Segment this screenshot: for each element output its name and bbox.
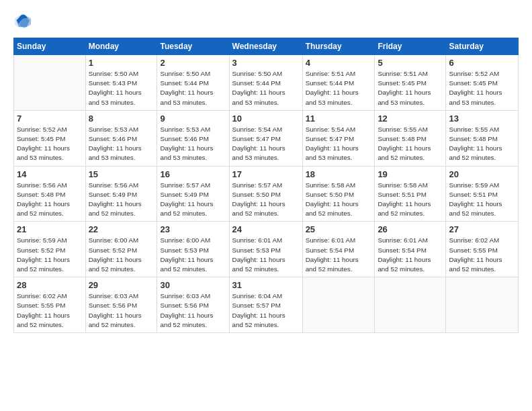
day-number: 30 (160, 280, 226, 290)
day-info: Sunrise: 5:55 AM Sunset: 5:48 PM Dayligh… (449, 125, 515, 163)
day-number: 31 (232, 280, 300, 290)
calendar-cell: 10Sunrise: 5:54 AM Sunset: 5:47 PM Dayli… (229, 110, 302, 166)
day-info: Sunrise: 6:03 AM Sunset: 5:56 PM Dayligh… (160, 291, 226, 330)
calendar-cell: 8Sunrise: 5:53 AM Sunset: 5:46 PM Daylig… (85, 110, 157, 166)
day-info: Sunrise: 5:52 AM Sunset: 5:45 PM Dayligh… (449, 69, 515, 107)
day-number: 11 (306, 113, 372, 124)
calendar-cell: 7Sunrise: 5:52 AM Sunset: 5:45 PM Daylig… (14, 110, 86, 166)
logo (13, 12, 35, 31)
day-number: 19 (378, 169, 443, 179)
day-number: 5 (378, 58, 443, 68)
calendar-cell: 24Sunrise: 6:01 AM Sunset: 5:53 PM Dayli… (229, 222, 302, 277)
calendar-cell: 29Sunrise: 6:03 AM Sunset: 5:56 PM Dayli… (85, 277, 157, 333)
day-number: 4 (306, 58, 372, 68)
day-info: Sunrise: 6:01 AM Sunset: 5:54 PM Dayligh… (306, 236, 372, 274)
calendar-cell: 26Sunrise: 6:01 AM Sunset: 5:54 PM Dayli… (375, 222, 446, 277)
calendar-cell: 18Sunrise: 5:58 AM Sunset: 5:50 PM Dayli… (302, 166, 375, 222)
calendar-cell: 14Sunrise: 5:56 AM Sunset: 5:48 PM Dayli… (14, 166, 86, 222)
day-info: Sunrise: 6:00 AM Sunset: 5:53 PM Dayligh… (160, 236, 226, 274)
day-info: Sunrise: 5:57 AM Sunset: 5:49 PM Dayligh… (160, 181, 226, 219)
col-thursday: Thursday (302, 38, 375, 55)
calendar-cell: 25Sunrise: 6:01 AM Sunset: 5:54 PM Dayli… (302, 222, 375, 277)
day-number: 9 (160, 113, 226, 124)
day-number: 3 (232, 58, 300, 68)
col-saturday: Saturday (446, 38, 519, 55)
day-number: 8 (89, 113, 154, 124)
calendar-cell (302, 277, 375, 333)
calendar-cell: 20Sunrise: 5:59 AM Sunset: 5:51 PM Dayli… (446, 166, 519, 222)
day-number: 24 (232, 224, 300, 234)
calendar-cell: 30Sunrise: 6:03 AM Sunset: 5:56 PM Dayli… (157, 277, 229, 333)
calendar-cell: 15Sunrise: 5:56 AM Sunset: 5:49 PM Dayli… (85, 166, 157, 222)
calendar-cell: 9Sunrise: 5:53 AM Sunset: 5:46 PM Daylig… (157, 110, 229, 166)
day-number: 1 (89, 58, 154, 68)
day-info: Sunrise: 6:01 AM Sunset: 5:53 PM Dayligh… (232, 236, 300, 274)
calendar-cell: 13Sunrise: 5:55 AM Sunset: 5:48 PM Dayli… (446, 110, 519, 166)
day-number: 27 (449, 224, 515, 234)
day-info: Sunrise: 5:58 AM Sunset: 5:50 PM Dayligh… (306, 181, 372, 219)
day-info: Sunrise: 5:54 AM Sunset: 5:47 PM Dayligh… (306, 125, 372, 163)
calendar-cell: 5Sunrise: 5:51 AM Sunset: 5:45 PM Daylig… (375, 55, 446, 111)
calendar-row: 21Sunrise: 5:59 AM Sunset: 5:52 PM Dayli… (14, 222, 519, 277)
day-number: 13 (449, 113, 515, 124)
calendar-cell: 17Sunrise: 5:57 AM Sunset: 5:50 PM Dayli… (229, 166, 302, 222)
day-info: Sunrise: 6:01 AM Sunset: 5:54 PM Dayligh… (378, 236, 443, 274)
calendar-cell (375, 277, 446, 333)
day-number: 23 (160, 224, 226, 234)
col-wednesday: Wednesday (229, 38, 302, 55)
day-number: 29 (89, 280, 154, 290)
calendar-cell: 19Sunrise: 5:58 AM Sunset: 5:51 PM Dayli… (375, 166, 446, 222)
day-info: Sunrise: 5:53 AM Sunset: 5:46 PM Dayligh… (89, 125, 154, 163)
page: Sunday Monday Tuesday Wednesday Thursday… (0, 0, 532, 340)
day-info: Sunrise: 5:52 AM Sunset: 5:45 PM Dayligh… (17, 125, 83, 163)
col-sunday: Sunday (14, 38, 86, 55)
calendar-cell: 23Sunrise: 6:00 AM Sunset: 5:53 PM Dayli… (157, 222, 229, 277)
calendar-cell (446, 277, 519, 333)
calendar-cell: 22Sunrise: 6:00 AM Sunset: 5:52 PM Dayli… (85, 222, 157, 277)
day-info: Sunrise: 5:51 AM Sunset: 5:45 PM Dayligh… (378, 69, 443, 107)
day-number: 18 (306, 169, 372, 179)
col-tuesday: Tuesday (157, 38, 229, 55)
calendar-table: Sunday Monday Tuesday Wednesday Thursday… (13, 38, 519, 333)
day-number: 10 (232, 113, 300, 124)
calendar-row: 14Sunrise: 5:56 AM Sunset: 5:48 PM Dayli… (14, 166, 519, 222)
day-info: Sunrise: 6:00 AM Sunset: 5:52 PM Dayligh… (89, 236, 154, 274)
day-number: 7 (17, 113, 83, 124)
col-monday: Monday (85, 38, 157, 55)
day-info: Sunrise: 5:50 AM Sunset: 5:44 PM Dayligh… (160, 69, 226, 107)
day-number: 26 (378, 224, 443, 234)
day-info: Sunrise: 5:56 AM Sunset: 5:49 PM Dayligh… (89, 181, 154, 219)
calendar-cell: 11Sunrise: 5:54 AM Sunset: 5:47 PM Dayli… (302, 110, 375, 166)
day-info: Sunrise: 6:02 AM Sunset: 5:55 PM Dayligh… (17, 291, 83, 330)
calendar-row: 7Sunrise: 5:52 AM Sunset: 5:45 PM Daylig… (14, 110, 519, 166)
day-info: Sunrise: 5:58 AM Sunset: 5:51 PM Dayligh… (378, 181, 443, 219)
calendar-cell: 27Sunrise: 6:02 AM Sunset: 5:55 PM Dayli… (446, 222, 519, 277)
day-info: Sunrise: 5:57 AM Sunset: 5:50 PM Dayligh… (232, 181, 300, 219)
day-number: 14 (17, 169, 83, 179)
day-number: 12 (378, 113, 443, 124)
day-number: 20 (449, 169, 515, 179)
col-friday: Friday (375, 38, 446, 55)
day-number: 28 (17, 280, 83, 290)
day-number: 21 (17, 224, 83, 234)
calendar-cell: 4Sunrise: 5:51 AM Sunset: 5:44 PM Daylig… (302, 55, 375, 111)
day-number: 22 (89, 224, 154, 234)
calendar-row: 1Sunrise: 5:50 AM Sunset: 5:43 PM Daylig… (14, 55, 519, 111)
day-info: Sunrise: 5:59 AM Sunset: 5:51 PM Dayligh… (449, 181, 515, 219)
day-info: Sunrise: 5:55 AM Sunset: 5:48 PM Dayligh… (378, 125, 443, 163)
calendar-cell: 12Sunrise: 5:55 AM Sunset: 5:48 PM Dayli… (375, 110, 446, 166)
day-info: Sunrise: 6:02 AM Sunset: 5:55 PM Dayligh… (449, 236, 515, 274)
day-info: Sunrise: 6:03 AM Sunset: 5:56 PM Dayligh… (89, 291, 154, 330)
day-number: 25 (306, 224, 372, 234)
day-info: Sunrise: 5:56 AM Sunset: 5:48 PM Dayligh… (17, 181, 83, 219)
day-info: Sunrise: 5:51 AM Sunset: 5:44 PM Dayligh… (306, 69, 372, 107)
day-number: 6 (449, 58, 515, 68)
calendar-cell: 28Sunrise: 6:02 AM Sunset: 5:55 PM Dayli… (14, 277, 86, 333)
header (13, 12, 519, 31)
day-info: Sunrise: 6:04 AM Sunset: 5:57 PM Dayligh… (232, 291, 300, 330)
calendar-cell: 3Sunrise: 5:50 AM Sunset: 5:44 PM Daylig… (229, 55, 302, 111)
calendar-cell (14, 55, 86, 111)
day-number: 17 (232, 169, 300, 179)
calendar-cell: 16Sunrise: 5:57 AM Sunset: 5:49 PM Dayli… (157, 166, 229, 222)
calendar-row: 28Sunrise: 6:02 AM Sunset: 5:55 PM Dayli… (14, 277, 519, 333)
